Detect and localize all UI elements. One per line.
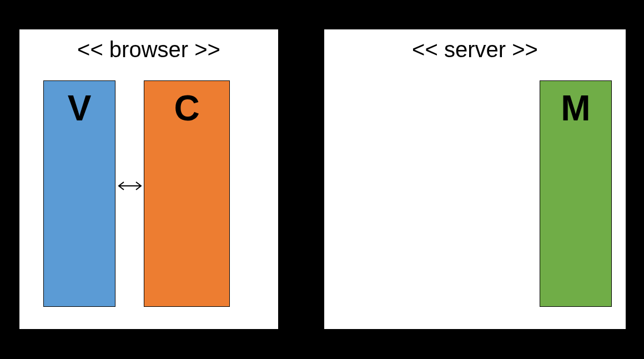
double-arrow-icon [117, 180, 143, 191]
server-panel: << server >> M [323, 28, 627, 330]
view-block: V [43, 80, 115, 307]
server-panel-title: << server >> [324, 37, 626, 62]
controller-block: C [144, 80, 230, 307]
browser-panel-title: << browser >> [19, 37, 278, 62]
model-block: M [540, 80, 612, 307]
browser-panel: << browser >> V C [18, 28, 279, 330]
